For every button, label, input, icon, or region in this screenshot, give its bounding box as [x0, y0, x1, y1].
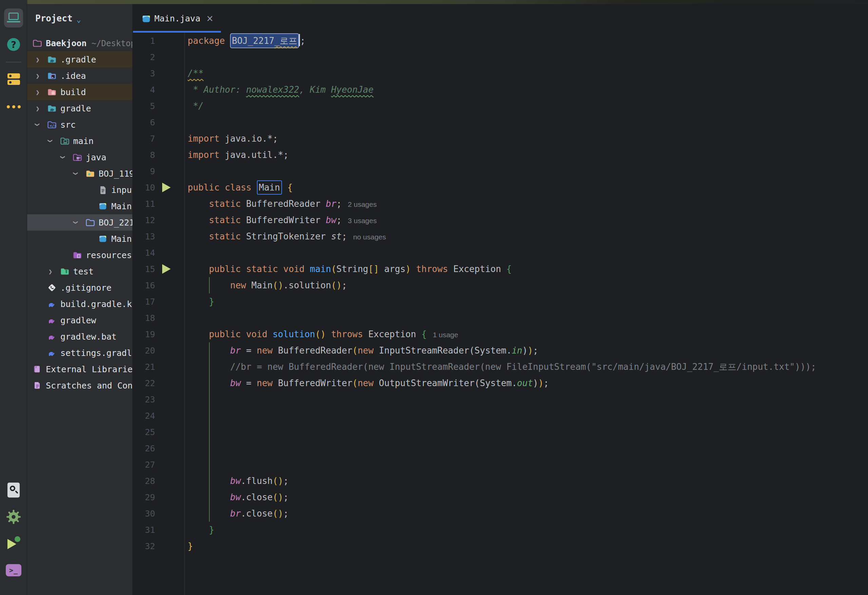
- tree-item-main[interactable]: Main: [27, 198, 132, 214]
- code-line-8[interactable]: 8import java.util.*;: [132, 147, 868, 163]
- usages-inlay-hint[interactable]: 3 usages: [348, 217, 376, 225]
- code-line-5[interactable]: 5 */: [132, 98, 868, 114]
- tree-item-gradle[interactable]: ❯gradle: [27, 100, 132, 117]
- selected-identifier[interactable]: BOJ_2217_로프: [230, 33, 299, 48]
- structure-icon[interactable]: [0, 73, 27, 85]
- gradle-purple-icon: [47, 332, 57, 341]
- code-line-25[interactable]: 25: [132, 424, 868, 440]
- line-number: 16: [132, 281, 155, 290]
- tree-item-build[interactable]: ❯build: [27, 84, 132, 100]
- run-tool-icon[interactable]: [0, 536, 27, 551]
- code-line-1[interactable]: 1package BOJ_2217_로프;: [132, 33, 868, 49]
- tree-item-scratches-and-cons[interactable]: Scratches and Cons: [27, 377, 132, 394]
- code-line-7[interactable]: 7import java.io.*;: [132, 130, 868, 147]
- code-line-31[interactable]: 31 }: [132, 522, 868, 538]
- code-line-12[interactable]: 12 static BufferedWriter bw;3 usages: [132, 212, 868, 228]
- tree-item--gitignore[interactable]: .gitignore: [27, 280, 132, 296]
- highlighted-identifier[interactable]: Main: [257, 181, 282, 195]
- code-text: br.close();: [184, 508, 288, 519]
- scratch-icon: [32, 381, 42, 390]
- book-icon: [32, 364, 42, 374]
- chevron-down-icon[interactable]: ❯: [34, 121, 41, 128]
- help-icon[interactable]: ?: [0, 38, 27, 51]
- code-line-13[interactable]: 13 static StringTokenizer st;no usages: [132, 228, 868, 244]
- code-line-3[interactable]: 3/**: [132, 65, 868, 81]
- code-editor[interactable]: 1package BOJ_2217_로프;23/**4 * Author: no…: [132, 33, 868, 595]
- tree-item-resources[interactable]: resources: [27, 247, 132, 263]
- chevron-down-icon[interactable]: ❯: [72, 219, 80, 226]
- find-icon[interactable]: [0, 483, 27, 497]
- project-tool-icon[interactable]: [0, 9, 27, 28]
- chevron-right-icon[interactable]: ❯: [34, 88, 41, 96]
- chevron-down-icon[interactable]: ⌄: [77, 15, 81, 24]
- tree-item--idea[interactable]: ❯.idea: [27, 68, 132, 84]
- chevron-right-icon[interactable]: ❯: [34, 105, 41, 112]
- tree-item-label: gradlew: [61, 315, 96, 326]
- tree-item-java[interactable]: ❯java: [27, 149, 132, 166]
- code-line-26[interactable]: 26: [132, 440, 868, 456]
- tree-item-boj-2217[interactable]: ❯BOJ_2217: [27, 214, 132, 231]
- code-line-24[interactable]: 24: [132, 407, 868, 424]
- chevron-right-icon[interactable]: ❯: [47, 268, 54, 275]
- code-line-9[interactable]: 9: [132, 163, 868, 179]
- tree-item-test[interactable]: ❯test: [27, 263, 132, 280]
- java-class-icon: [141, 13, 151, 23]
- tree-item-external-libraries[interactable]: External Libraries: [27, 361, 132, 377]
- tree-item--gradle[interactable]: ❯.gradle: [27, 51, 132, 68]
- project-panel-header[interactable]: Project ⌄: [27, 4, 132, 33]
- chevron-down-icon[interactable]: ❯: [47, 138, 54, 144]
- tree-item-build-gradle-kts[interactable]: build.gradle.kts: [27, 296, 132, 312]
- more-icon[interactable]: [0, 105, 27, 108]
- code-line-6[interactable]: 6: [132, 114, 868, 130]
- code-line-19[interactable]: 19 public void solution() throws Excepti…: [132, 326, 868, 342]
- code-line-4[interactable]: 4 * Author: nowalex322, Kim HyeonJae: [132, 81, 868, 98]
- code-line-16[interactable]: 16 new Main().solution();: [132, 277, 868, 293]
- chevron-down-icon[interactable]: ❯: [59, 154, 67, 161]
- line-number: 7: [132, 134, 155, 144]
- tree-item-label: input: [111, 185, 132, 195]
- code-line-29[interactable]: 29 bw.close();: [132, 489, 868, 505]
- code-line-17[interactable]: 17 }: [132, 293, 868, 310]
- code-line-15[interactable]: 15 public static void main(String[] args…: [132, 261, 868, 277]
- tree-item-input[interactable]: input: [27, 182, 132, 198]
- code-line-32[interactable]: 32}: [132, 538, 868, 554]
- tree-item-gradlew[interactable]: gradlew: [27, 312, 132, 329]
- tree-item-main[interactable]: ❯main: [27, 133, 132, 149]
- code-line-27[interactable]: 27: [132, 456, 868, 473]
- usages-inlay-hint[interactable]: no usages: [353, 233, 386, 241]
- chevron-down-icon[interactable]: ❯: [72, 170, 80, 177]
- tree-item-gradlew-bat[interactable]: gradlew.bat: [27, 329, 132, 345]
- code-line-2[interactable]: 2: [132, 49, 868, 65]
- code-text: }: [184, 525, 214, 535]
- code-line-30[interactable]: 30 br.close();: [132, 505, 868, 522]
- tab-main-java[interactable]: Main.java ×: [133, 4, 221, 33]
- code-line-11[interactable]: 11 static BufferedReader br;2 usages: [132, 195, 868, 212]
- usages-inlay-hint[interactable]: 1 usage: [433, 331, 458, 339]
- activity-bar: ? >_: [0, 4, 27, 595]
- tree-item-settings-gradle[interactable]: settings.gradle: [27, 345, 132, 361]
- chevron-right-icon[interactable]: ❯: [34, 72, 41, 80]
- usages-inlay-hint[interactable]: 2 usages: [348, 200, 376, 208]
- chevron-right-icon[interactable]: ❯: [34, 56, 41, 63]
- code-line-18[interactable]: 18: [132, 310, 868, 326]
- settings-icon[interactable]: [0, 509, 27, 525]
- code-line-23[interactable]: 23: [132, 391, 868, 407]
- tree-item-baekjoon[interactable]: Baekjoon~/Desktop: [27, 35, 132, 51]
- code-line-28[interactable]: 28 bw.flush();: [132, 473, 868, 489]
- code-line-20[interactable]: 20 br = new BufferedReader(new InputStre…: [132, 342, 868, 359]
- code-line-10[interactable]: 10public class Main {: [132, 179, 868, 195]
- gutter-slot: [155, 114, 184, 130]
- code-line-21[interactable]: 21 //br = new BufferedReader(new InputSt…: [132, 359, 868, 375]
- project-panel: Project ⌄ Baekjoon~/Desktop❯.gradle❯.ide…: [27, 4, 132, 595]
- tree-item-boj-1194[interactable]: ❯BOJ_1194: [27, 166, 132, 182]
- gutter-slot: [155, 179, 184, 195]
- code-line-14[interactable]: 14: [132, 244, 868, 261]
- code-text: //br = new BufferedReader(new InputStrea…: [184, 361, 816, 373]
- run-icon[interactable]: [162, 264, 171, 274]
- code-line-22[interactable]: 22 bw = new BufferedWriter(new OutputStr…: [132, 375, 868, 391]
- run-icon[interactable]: [162, 183, 171, 192]
- tree-item-main[interactable]: Main: [27, 231, 132, 247]
- terminal-icon[interactable]: >_: [0, 564, 27, 576]
- tab-close-icon[interactable]: ×: [206, 13, 213, 24]
- tree-item-src[interactable]: ❯</>src: [27, 117, 132, 133]
